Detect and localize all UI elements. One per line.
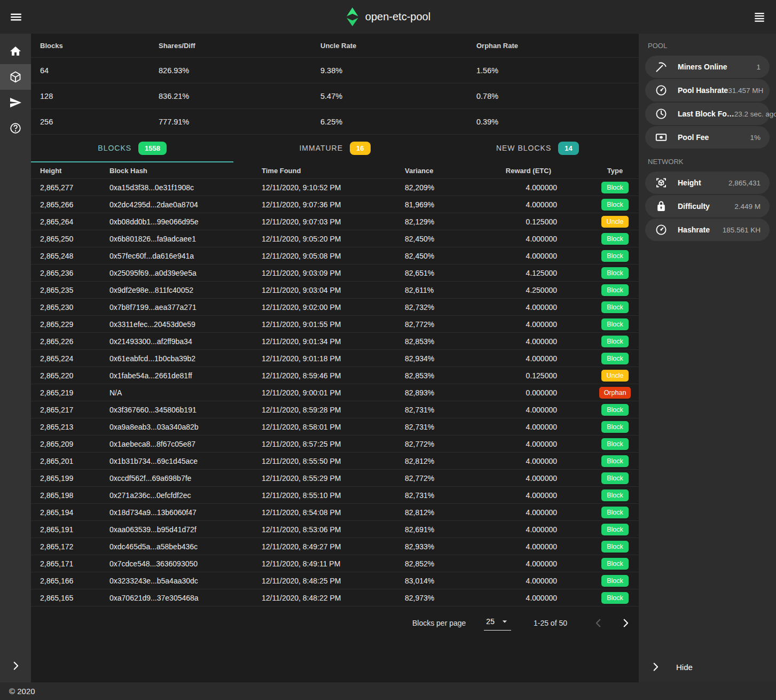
- caret-down-icon: [499, 616, 510, 627]
- height-cell: 2,865,264: [40, 217, 109, 226]
- height-cell: 2,865,224: [40, 354, 109, 363]
- shares-diff-cell: 836.21%: [159, 92, 320, 100]
- menu-button[interactable]: [9, 10, 23, 24]
- reward-cell: 4.000000: [480, 491, 557, 500]
- reward-cell: 4.000000: [480, 406, 557, 414]
- height-cell: 2,865,235: [40, 286, 109, 294]
- previous-page-button[interactable]: [593, 617, 605, 629]
- height-cell: 2,865,230: [40, 303, 109, 312]
- time-found-cell: 12/11/2020, 8:48:22 PM: [262, 594, 405, 602]
- shares-diff-cell: 777.91%: [159, 118, 320, 126]
- sidebar-item[interactable]: [0, 38, 31, 64]
- tab-label: BLOCKS: [98, 144, 131, 152]
- height-cell: 2,865,266: [40, 200, 109, 209]
- blocks-table: Height Block Hash Time Found Variance Re…: [31, 162, 639, 606]
- stats-row: 256 777.91% 6.25% 0.39%: [31, 109, 639, 135]
- orphan-rate-cell: 1.56%: [476, 66, 639, 75]
- tab[interactable]: NEW BLOCKS 14: [436, 135, 639, 162]
- brand: open-etc-pool: [346, 7, 430, 26]
- height-cell: 2,865,217: [40, 406, 109, 414]
- gauge-icon: [655, 223, 668, 236]
- time-found-cell: 12/11/2020, 8:55:50 PM: [262, 457, 405, 465]
- block-hash-cell: 0x3f367660...345806b191: [109, 406, 262, 414]
- variance-cell: 82,651%: [405, 269, 480, 277]
- height-cell: 2,865,220: [40, 371, 109, 380]
- tab[interactable]: BLOCKS 1558: [31, 135, 233, 162]
- variance-cell: 82,691%: [405, 525, 480, 534]
- stat-value: 31.457 MH: [728, 87, 763, 95]
- network-stat-pill: Height 2,865,431: [645, 172, 770, 194]
- variance-cell: 82,852%: [405, 559, 480, 568]
- table-row: 2,865,166 0x3233243e...b5a4aa30dc 12/11/…: [31, 572, 639, 589]
- type-badge: Block: [601, 575, 629, 587]
- cube-scan-icon: [655, 176, 668, 189]
- table-row: 2,865,171 0x7cdce548...3636093050 12/11/…: [31, 555, 639, 572]
- reward-cell: 4.000000: [480, 594, 557, 602]
- network-section-title: NETWORK: [639, 150, 776, 170]
- network-stat-pill: Hashrate 185.561 KH: [645, 219, 770, 241]
- app-title: open-etc-pool: [365, 11, 430, 23]
- block-hash-cell: 0xa15d3f38...0e31f1908c: [109, 183, 262, 192]
- pool-stat-pill: Pool Hashrate 31.457 MH: [645, 79, 770, 102]
- right-menu-button[interactable]: [753, 10, 766, 24]
- stats-col-header: Shares/Diff: [159, 42, 320, 50]
- table-row: 2,865,230 0x7b8f7199...aea377a271 12/11/…: [31, 299, 639, 316]
- type-badge: Block: [601, 182, 629, 193]
- page-size-select[interactable]: 25: [484, 616, 511, 631]
- app-window: open-etc-pool: [0, 0, 776, 700]
- time-found-cell: 12/11/2020, 8:55:29 PM: [262, 474, 405, 483]
- help-icon: [9, 122, 22, 135]
- variance-cell: 82,731%: [405, 406, 480, 414]
- sidebar-expand-button[interactable]: [0, 660, 31, 672]
- table-row: 2,865,220 0x1fabe54a...2661de81ff 12/11/…: [31, 367, 639, 384]
- next-page-button[interactable]: [620, 617, 631, 629]
- type-badge: Block: [601, 455, 629, 467]
- time-found-cell: 12/11/2020, 8:59:46 PM: [262, 371, 405, 380]
- type-col-header: Type: [557, 167, 639, 175]
- reward-cell: 4.000000: [480, 235, 557, 243]
- stats-row: 64 826.93% 9.38% 1.56%: [31, 58, 639, 83]
- sidebar-item[interactable]: [0, 115, 31, 141]
- time-found-cell: 12/11/2020, 9:01:55 PM: [262, 320, 405, 329]
- block-hash-cell: 0x3311efec...20453d0e59: [109, 320, 262, 329]
- variance-cell: 82,933%: [405, 542, 480, 551]
- blocks-header-row: Height Block Hash Time Found Variance Re…: [31, 162, 639, 179]
- blocks-cell: 64: [40, 66, 159, 75]
- tab-count-badge: 16: [350, 142, 370, 155]
- type-badge: Block: [601, 421, 629, 433]
- time-found-cell: 12/11/2020, 9:03:04 PM: [262, 286, 405, 294]
- stat-value: 23.2 sec. ago: [734, 110, 776, 118]
- type-badge: Block: [601, 489, 629, 501]
- variance-cell: 82,934%: [405, 354, 480, 363]
- table-row: 2,865,229 0x3311efec...20453d0e59 12/11/…: [31, 316, 639, 333]
- pool-section-title: POOL: [639, 34, 776, 55]
- variance-cell: 82,812%: [405, 457, 480, 465]
- page-size-value: 25: [486, 617, 495, 626]
- variance-cell: 82,731%: [405, 491, 480, 500]
- table-row: 2,865,235 0x9df2e98e...811fc40052 12/11/…: [31, 282, 639, 299]
- sidebar-item[interactable]: [0, 90, 31, 115]
- tab[interactable]: IMMATURE 16: [233, 135, 436, 162]
- stat-label: Pool Fee: [678, 133, 709, 142]
- type-badge: Block: [601, 472, 629, 484]
- variance-cell: 82,853%: [405, 337, 480, 346]
- shares-diff-cell: 826.93%: [159, 66, 320, 75]
- table-row: 2,865,172 0xdc465d5a...a58beb436c 12/11/…: [31, 538, 639, 555]
- time-found-cell: 12/11/2020, 8:54:08 PM: [262, 508, 405, 517]
- time-found-cell: 12/11/2020, 9:01:18 PM: [262, 354, 405, 363]
- variance-col-header: Variance: [405, 167, 480, 175]
- variance-cell: 82,812%: [405, 508, 480, 517]
- block-hash-cell: 0x9df2e98e...811fc40052: [109, 286, 262, 294]
- hide-label: Hide: [676, 663, 693, 672]
- table-row: 2,865,198 0x271a236c...0efcfdf2ec 12/11/…: [31, 487, 639, 504]
- hide-sidebar-button[interactable]: Hide: [639, 661, 776, 673]
- send-icon: [9, 96, 22, 109]
- sidebar-item[interactable]: [0, 64, 31, 90]
- time-found-cell: 12/11/2020, 9:05:08 PM: [262, 252, 405, 260]
- type-badge: Block: [601, 301, 629, 313]
- variance-cell: 82,129%: [405, 217, 480, 226]
- page-range-label: 1-25 of 50: [534, 619, 567, 627]
- table-row: 2,865,226 0x21493300...af2ff9ba34 12/11/…: [31, 333, 639, 350]
- variance-cell: 82,732%: [405, 303, 480, 312]
- type-badge: Uncle: [601, 370, 629, 382]
